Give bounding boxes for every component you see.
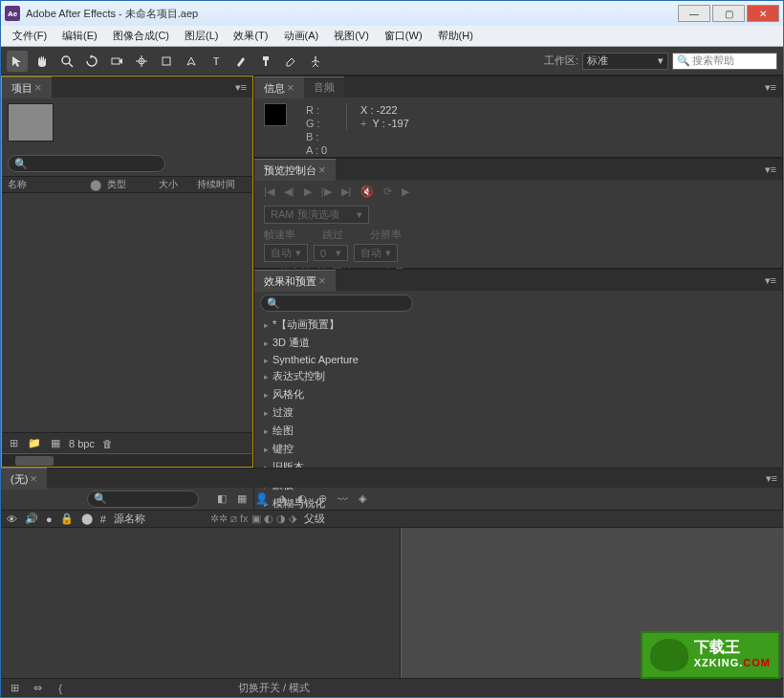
clone-tool-icon[interactable] — [255, 51, 276, 72]
close-icon[interactable]: × — [287, 80, 294, 95]
zoom-handle-icon[interactable]: { — [53, 681, 68, 696]
panel-menu-icon[interactable]: ▾≡ — [229, 81, 252, 94]
rect-tool-icon[interactable] — [156, 51, 177, 72]
first-frame-icon[interactable]: |◀ — [264, 185, 274, 198]
expand-icon[interactable]: ⇔ — [30, 681, 45, 696]
tab-project[interactable]: 项目× — [2, 76, 52, 98]
last-frame-icon[interactable]: ▶| — [341, 185, 352, 198]
video-switch-icon[interactable]: 👁 — [7, 513, 17, 525]
workspace-select[interactable]: 标准▾ — [582, 53, 668, 70]
loop-icon[interactable]: ⟳ — [383, 185, 392, 198]
lock-switch-icon[interactable]: 🔒 — [60, 513, 74, 525]
ram-options-select[interactable]: RAM 预演选项▾ — [264, 206, 369, 224]
tab-preview[interactable]: 预览控制台× — [254, 159, 336, 181]
panel-menu-icon[interactable]: ▾≡ — [760, 472, 783, 485]
motion-blur-icon[interactable]: ◐ — [294, 491, 310, 507]
minimize-button[interactable]: — — [678, 5, 710, 22]
tab-effects[interactable]: 效果和预置× — [254, 270, 336, 292]
close-button[interactable]: ✕ — [747, 5, 779, 22]
auto-keyframe-icon[interactable]: ◈ — [355, 491, 370, 507]
frame-blend-icon[interactable]: ⬗ — [274, 491, 290, 507]
audio-switch-icon[interactable]: 🔊 — [25, 513, 38, 525]
hide-shy-icon[interactable]: 👤 — [254, 491, 270, 507]
hand-tool-icon[interactable] — [32, 51, 53, 72]
menu-effect[interactable]: 效果(T) — [226, 27, 275, 45]
fx-category[interactable]: 过渡 — [254, 404, 782, 422]
col-name[interactable]: 名称 — [8, 178, 90, 191]
resolution-select[interactable]: 自动▾ — [354, 244, 398, 262]
tab-audio[interactable]: 音频 — [304, 76, 344, 98]
trash-icon[interactable]: 🗑 — [100, 436, 116, 451]
close-icon[interactable]: × — [318, 163, 326, 177]
solo-switch-icon[interactable]: ● — [46, 513, 53, 525]
rotate-tool-icon[interactable] — [81, 51, 102, 72]
panel-menu-icon[interactable]: ▾≡ — [759, 274, 782, 287]
svg-rect-9 — [265, 60, 267, 66]
anchor-tool-icon[interactable] — [131, 51, 152, 72]
project-item-list[interactable] — [2, 193, 252, 432]
menu-animation[interactable]: 动画(A) — [276, 27, 327, 45]
skip-select[interactable]: 0▾ — [314, 245, 348, 261]
bpc-toggle[interactable]: 8 bpc — [69, 438, 95, 449]
tab-info[interactable]: 信息× — [254, 76, 304, 98]
close-icon[interactable]: × — [318, 273, 326, 288]
prev-frame-icon[interactable]: ◀| — [284, 185, 294, 198]
fx-category[interactable]: 表达式控制 — [254, 367, 782, 385]
col-type[interactable]: 类型 — [107, 178, 159, 191]
tab-timeline[interactable]: (无)× — [1, 468, 47, 490]
parent-col[interactable]: 父级 — [304, 512, 325, 526]
fx-category[interactable]: *【动画预置】 — [254, 316, 782, 334]
zoom-tool-icon[interactable] — [56, 51, 77, 72]
fx-category[interactable]: 3D 通道 — [254, 334, 782, 352]
menu-layer[interactable]: 图层(L) — [177, 27, 226, 45]
index-col[interactable]: # — [100, 513, 106, 525]
menu-edit[interactable]: 编辑(E) — [54, 27, 105, 45]
brush-tool-icon[interactable] — [230, 51, 251, 72]
fx-category[interactable]: Synthetic Aperture — [254, 352, 782, 367]
toggle-mode-button[interactable]: 切换开关 / 模式 — [238, 681, 310, 695]
col-duration[interactable]: 持续时间 — [197, 178, 247, 191]
mute-icon[interactable]: 🔇 — [360, 185, 374, 198]
comp-mini-flow-icon[interactable]: ◧ — [214, 491, 229, 507]
fx-category[interactable]: 键控 — [254, 440, 782, 458]
draft-3d-icon[interactable]: ▦ — [234, 491, 250, 507]
close-icon[interactable]: × — [30, 471, 37, 486]
fx-category[interactable]: 绘图 — [254, 422, 782, 440]
graph-editor-icon[interactable]: 〰 — [335, 491, 350, 507]
menu-window[interactable]: 窗口(W) — [377, 27, 430, 45]
new-comp-icon[interactable]: ▦ — [48, 436, 63, 451]
label-icon[interactable]: ⬤ — [90, 179, 101, 191]
menu-composition[interactable]: 图像合成(C) — [105, 27, 177, 45]
source-name-col[interactable]: 源名称 — [114, 512, 145, 526]
panel-menu-icon[interactable]: ▾≡ — [759, 81, 782, 94]
close-icon[interactable]: × — [34, 80, 42, 95]
play-icon[interactable]: ▶ — [304, 185, 312, 198]
menu-view[interactable]: 视图(V) — [326, 27, 377, 45]
toggle-switches-icon[interactable]: ⊞ — [7, 681, 22, 696]
ram-preview-icon[interactable]: ▶ — [402, 185, 409, 198]
label-icon[interactable]: ⬤ — [81, 513, 93, 525]
menu-file[interactable]: 文件(F) — [5, 27, 54, 45]
maximize-button[interactable]: ▢ — [712, 5, 745, 22]
help-search-input[interactable]: 🔍 搜索帮助 — [672, 53, 777, 70]
panel-menu-icon[interactable]: ▾≡ — [759, 164, 782, 176]
puppet-tool-icon[interactable] — [305, 51, 326, 72]
camera-tool-icon[interactable] — [106, 51, 127, 72]
layer-list[interactable] — [1, 528, 401, 678]
brainstorm-icon[interactable]: ⊕ — [315, 491, 330, 507]
project-search-input[interactable]: 🔍 — [8, 155, 165, 172]
fx-category[interactable]: 风格化 — [254, 385, 782, 404]
next-frame-icon[interactable]: |▶ — [321, 185, 332, 198]
text-tool-icon[interactable]: T — [206, 51, 227, 72]
selection-tool-icon[interactable] — [7, 51, 28, 72]
horizontal-scrollbar[interactable] — [2, 453, 252, 467]
interpret-icon[interactable]: ⊞ — [6, 436, 21, 451]
pen-tool-icon[interactable] — [181, 51, 202, 72]
eraser-tool-icon[interactable] — [280, 51, 301, 72]
timeline-search-input[interactable]: 🔍 — [87, 491, 199, 508]
effects-search-input[interactable]: 🔍 — [260, 294, 413, 312]
menu-help[interactable]: 帮助(H) — [430, 27, 481, 45]
folder-icon[interactable]: 📁 — [27, 436, 42, 451]
col-size[interactable]: 大小 — [159, 178, 197, 191]
framerate-select[interactable]: 自动▾ — [264, 244, 308, 262]
